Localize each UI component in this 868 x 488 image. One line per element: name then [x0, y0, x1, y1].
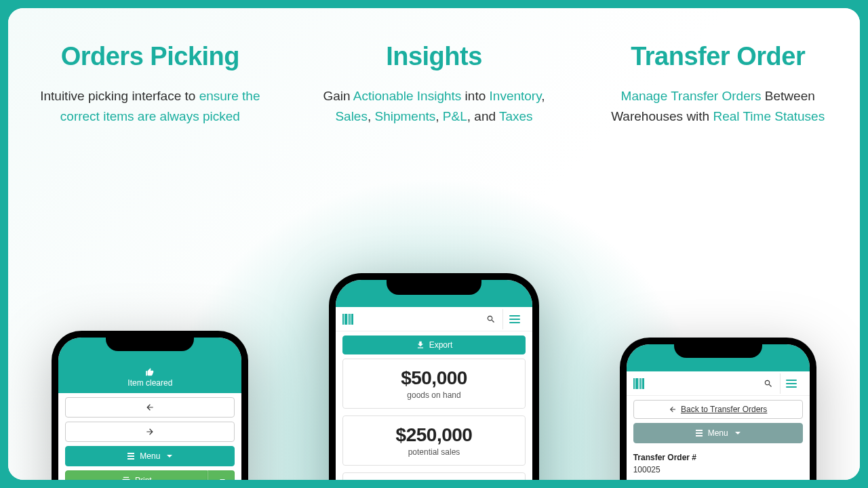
- hamburger-icon: [786, 380, 797, 388]
- menu-toggle[interactable]: [502, 309, 526, 329]
- app-logo-icon[interactable]: [633, 378, 644, 389]
- stat-potential-sales: $250,000 potential sales: [342, 415, 526, 466]
- prev-button[interactable]: [65, 397, 235, 418]
- phone-insights: Export $50,000 goods on hand $250,000 po…: [329, 273, 539, 480]
- menu-button[interactable]: Menu: [65, 446, 235, 466]
- next-button[interactable]: [65, 422, 235, 442]
- export-button[interactable]: Export: [342, 336, 526, 354]
- app-logo-icon[interactable]: [342, 314, 353, 325]
- transfer-menu-button[interactable]: Menu: [633, 423, 803, 443]
- search-button[interactable]: [479, 309, 502, 329]
- phone-orders: Item cleared Menu: [52, 331, 248, 480]
- hamburger-icon: [509, 315, 520, 323]
- stat-goods-on-hand: $50,000 goods on hand: [342, 359, 526, 409]
- print-button[interactable]: Print: [65, 470, 208, 480]
- item-cleared-banner: Item cleared: [58, 363, 241, 393]
- search-icon: [764, 379, 773, 388]
- search-button[interactable]: [757, 373, 780, 394]
- col1-title: Orders Picking: [28, 42, 272, 71]
- stat-potential-wholesale: $196,500 potential wholesale: [342, 472, 526, 480]
- col3-title: Transfer Order: [596, 42, 840, 71]
- print-icon: [121, 476, 131, 480]
- list-icon: [127, 453, 134, 460]
- col3-desc: Manage Transfer Orders Between Warehouse…: [596, 86, 840, 127]
- search-icon: [486, 314, 496, 324]
- thumbs-up-icon: [58, 367, 241, 378]
- phone-transfer: Back to Transfer Orders Menu Transfer Or…: [620, 338, 816, 480]
- back-icon: [669, 405, 677, 413]
- menu-toggle[interactable]: [780, 373, 803, 394]
- back-button[interactable]: Back to Transfer Orders: [633, 400, 803, 419]
- col1-desc: Intuitive picking interface to ensure th…: [28, 86, 272, 127]
- col2-desc: Gain Actionable Insights into Inventory,…: [313, 86, 556, 127]
- print-dropdown[interactable]: [208, 470, 235, 480]
- col2-title: Insights: [313, 42, 556, 71]
- list-icon: [696, 430, 703, 436]
- download-icon: [416, 340, 425, 350]
- field-transfer-order: Transfer Order #100025: [633, 453, 803, 474]
